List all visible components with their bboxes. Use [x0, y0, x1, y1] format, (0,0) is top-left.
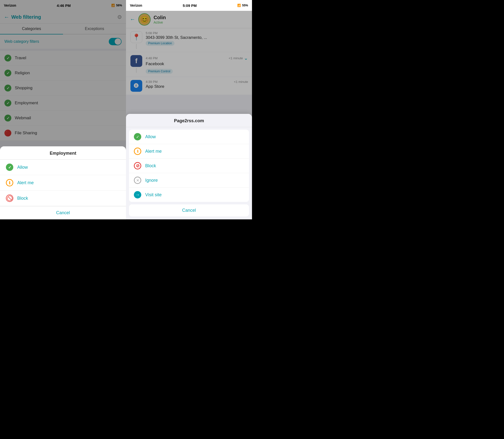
- right-panel: Verizon 5:09 PM 📶 55% ← 😊 Colin Active 📍: [126, 0, 252, 219]
- employment-modal-title: Employment: [50, 151, 76, 156]
- cancel-label-left: Cancel: [56, 210, 70, 215]
- ignore-icon-right: ✕: [134, 177, 141, 184]
- allow-label-left: Allow: [17, 165, 28, 170]
- status-bar-right: Verizon 5:09 PM 📶 55%: [126, 0, 252, 11]
- page2rss-visitsite-option[interactable]: → Visit site: [129, 188, 249, 202]
- allow-icon-right: ✓: [134, 133, 141, 140]
- alertme-icon-right: ℹ: [134, 148, 141, 155]
- visitsite-icon-right: →: [134, 191, 141, 198]
- page2rss-block-option[interactable]: ⊘ Block: [129, 159, 249, 173]
- cancel-label-right: Cancel: [182, 208, 196, 213]
- carrier-right: Verizon: [130, 3, 142, 7]
- employment-cancel-button[interactable]: Cancel: [0, 206, 126, 219]
- block-label-right: Block: [145, 163, 156, 168]
- allow-icon-left: ✓: [6, 164, 13, 171]
- employment-allow-option[interactable]: ✓ Allow: [0, 160, 126, 175]
- ignore-label-right: Ignore: [145, 178, 158, 183]
- employment-modal-header: Employment: [0, 146, 126, 160]
- battery-right: 55%: [242, 4, 248, 7]
- page2rss-modal-header: Page2rss.com: [126, 114, 252, 127]
- page2rss-modal-title: Page2rss.com: [174, 118, 204, 123]
- time-right: 5:09 PM: [183, 3, 197, 8]
- allow-label-right: Allow: [145, 134, 156, 139]
- visitsite-label-right: Visit site: [145, 192, 162, 197]
- employment-modal: Employment ✓ Allow Alert me 🚫 Block Canc…: [0, 146, 126, 219]
- page2rss-allow-option[interactable]: ✓ Allow: [129, 130, 249, 144]
- page2rss-options-group: ✓ Allow ℹ Alert me ⊘ Block ✕ Ignore → Vi…: [129, 130, 249, 202]
- employment-alertme-option[interactable]: Alert me: [0, 175, 126, 191]
- alertme-label-left: Alert me: [17, 180, 34, 185]
- block-icon-left: 🚫: [6, 195, 13, 202]
- left-panel: Verizon 4:46 PM 📶 56% ← Web filtering ⚙ …: [0, 0, 126, 219]
- block-icon-right: ⊘: [134, 162, 141, 169]
- page2rss-cancel-button[interactable]: Cancel: [129, 204, 249, 216]
- page2rss-modal: Page2rss.com ✓ Allow ℹ Alert me ⊘ Block …: [126, 114, 252, 219]
- alertme-label-right: Alert me: [145, 149, 162, 154]
- page2rss-ignore-option[interactable]: ✕ Ignore: [129, 173, 249, 188]
- alertme-icon-left: [6, 179, 13, 186]
- block-label-left: Block: [17, 196, 28, 201]
- page2rss-alertme-option[interactable]: ℹ Alert me: [129, 144, 249, 159]
- employment-block-option[interactable]: 🚫 Block: [0, 191, 126, 206]
